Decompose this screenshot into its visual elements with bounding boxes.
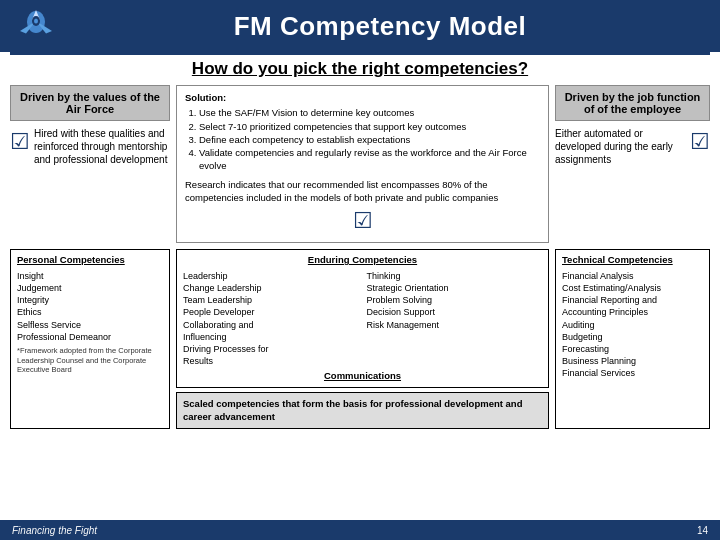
list-item: Decision Support xyxy=(367,306,543,318)
footer-text: Financing the Fight xyxy=(12,525,97,536)
checkbox-right-icon: ☑ xyxy=(690,129,710,155)
list-item: Strategic Orientation xyxy=(367,282,543,294)
af-logo-icon xyxy=(16,6,56,46)
list-item: Cost Estimating/Analysis xyxy=(562,282,703,294)
list-item: Insight xyxy=(17,270,163,282)
list-item: Problem Solving xyxy=(367,294,543,306)
bottom-section: Personal Competencies Insight Judgement … xyxy=(10,249,710,428)
list-item: Business Planning xyxy=(562,355,703,367)
list-item: Influencing xyxy=(183,331,359,343)
communications-label: Communications xyxy=(183,370,542,383)
list-item: Financial Analysis xyxy=(562,270,703,282)
list-item: Validate competencies and regularly revi… xyxy=(199,146,540,173)
list-item: Collaborating and xyxy=(183,319,359,331)
list-item: Results xyxy=(183,355,359,367)
middle-column: Solution: Use the SAF/FM Vision to deter… xyxy=(176,85,549,243)
technical-competencies-title: Technical Competencies xyxy=(562,254,703,267)
right-box-title: Driven by the job function of of the emp… xyxy=(555,85,710,121)
left-hired-text: Hired with these qualities and reinforce… xyxy=(34,127,170,166)
right-checkbox-row: Either automated or developed during the… xyxy=(555,127,710,166)
personal-competencies-list: Insight Judgement Integrity Ethics Selfl… xyxy=(17,270,163,343)
solution-list: Use the SAF/FM Vision to determine key o… xyxy=(199,106,540,172)
personal-competencies-title: Personal Competencies xyxy=(17,254,163,267)
list-item: Select 7-10 prioritized competencies tha… xyxy=(199,120,540,133)
solution-label: Solution: xyxy=(185,91,540,104)
enduring-col-left: Leadership Change Leadership Team Leader… xyxy=(183,270,359,367)
list-item: Accounting Principles xyxy=(562,306,703,318)
top-section: Driven by the values of the Air Force ☑ … xyxy=(10,85,710,243)
list-item: Leadership xyxy=(183,270,359,282)
footer-page: 14 xyxy=(697,525,708,536)
list-item: Budgeting xyxy=(562,331,703,343)
technical-competencies-box: Technical Competencies Financial Analysi… xyxy=(555,249,710,428)
list-item: Thinking xyxy=(367,270,543,282)
right-sub-text: Either automated or developed during the… xyxy=(555,127,686,166)
checkmark-middle-icon: ☑ xyxy=(185,206,540,237)
list-item: People Developer xyxy=(183,306,359,318)
list-item: Financial Services xyxy=(562,367,703,379)
enduring-list-col2: Thinking Strategic Orientation Problem S… xyxy=(367,270,543,331)
list-item: Auditing xyxy=(562,319,703,331)
personal-competencies-box: Personal Competencies Insight Judgement … xyxy=(10,249,170,428)
personal-competencies-section: Personal Competencies Insight Judgement … xyxy=(10,249,170,428)
right-column: Driven by the job function of of the emp… xyxy=(555,85,710,243)
left-box-title: Driven by the values of the Air Force xyxy=(10,85,170,121)
list-item: Use the SAF/FM Vision to determine key o… xyxy=(199,106,540,119)
technical-competencies-list: Financial Analysis Cost Estimating/Analy… xyxy=(562,270,703,379)
main-content: How do you pick the right competencies? … xyxy=(0,55,720,433)
list-item: Selfless Service xyxy=(17,319,163,331)
list-item: Define each competency to establish expe… xyxy=(199,133,540,146)
research-text: Research indicates that our recommended … xyxy=(185,178,540,205)
scaled-text: Scaled competencies that form the basis … xyxy=(183,398,522,422)
header: FM Competency Model xyxy=(0,0,720,52)
footnote-text: *Framework adopted from the Corporate Le… xyxy=(17,346,163,375)
scaled-box: Scaled competencies that form the basis … xyxy=(176,392,549,429)
page-title: FM Competency Model xyxy=(56,11,704,42)
footer: Financing the Fight 14 xyxy=(0,520,720,540)
question-heading: How do you pick the right competencies? xyxy=(10,59,710,79)
enduring-columns: Leadership Change Leadership Team Leader… xyxy=(183,270,542,367)
enduring-list-col1: Leadership Change Leadership Team Leader… xyxy=(183,270,359,367)
list-item: Forecasting xyxy=(562,343,703,355)
list-item: Integrity xyxy=(17,294,163,306)
left-column: Driven by the values of the Air Force ☑ … xyxy=(10,85,170,243)
list-item: Judgement xyxy=(17,282,163,294)
list-item: Risk Management xyxy=(367,319,543,331)
list-item: Team Leadership xyxy=(183,294,359,306)
enduring-competencies-title: Enduring Competencies xyxy=(183,254,542,267)
svg-point-5 xyxy=(34,19,38,24)
list-item: Change Leadership xyxy=(183,282,359,294)
list-item: Financial Reporting and xyxy=(562,294,703,306)
technical-competencies-section: Technical Competencies Financial Analysi… xyxy=(555,249,710,428)
enduring-competencies-section: Enduring Competencies Leadership Change … xyxy=(176,249,549,428)
list-item: Driving Processes for xyxy=(183,343,359,355)
enduring-col-right: Thinking Strategic Orientation Problem S… xyxy=(367,270,543,367)
left-checkbox-row: ☑ Hired with these qualities and reinfor… xyxy=(10,127,170,166)
enduring-competencies-box: Enduring Competencies Leadership Change … xyxy=(176,249,549,388)
checkbox-left-icon: ☑ xyxy=(10,129,30,155)
list-item: Ethics xyxy=(17,306,163,318)
list-item: Professional Demeanor xyxy=(17,331,163,343)
